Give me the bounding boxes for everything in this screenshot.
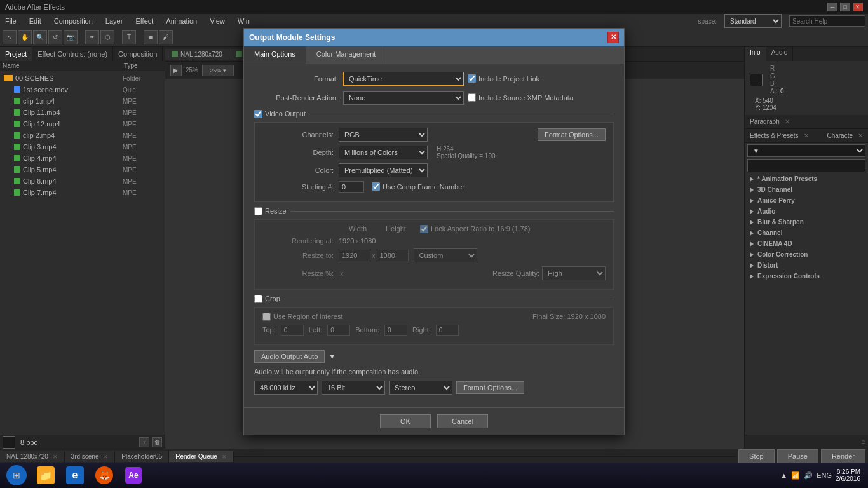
- timeline-tab-1[interactable]: 3rd scene ✕: [65, 451, 116, 462]
- list-item[interactable]: Clip 3.mp4 MPE: [1, 141, 163, 152]
- list-item[interactable]: 00 SCENES Folder: [1, 72, 163, 84]
- list-item[interactable]: Clip 6.mp4 MPE: [1, 175, 163, 187]
- list-item[interactable]: Clip 5.mp4 MPE: [1, 164, 163, 175]
- effects-item-3d-channel[interactable]: 3D Channel: [745, 184, 868, 195]
- paragraph-close[interactable]: ✕: [785, 118, 790, 125]
- tab-close-1[interactable]: ✕: [103, 454, 108, 460]
- tool-zoom[interactable]: 🔍: [33, 30, 47, 44]
- minimize-btn[interactable]: ─: [827, 3, 837, 11]
- tool-pen[interactable]: ✒: [85, 30, 99, 44]
- stop-btn[interactable]: Stop: [738, 449, 775, 463]
- effects-item-color-correction[interactable]: Color Correction: [745, 249, 868, 260]
- delete-btn[interactable]: 🗑: [152, 437, 162, 447]
- tab-close-0[interactable]: ✕: [53, 454, 58, 460]
- list-item[interactable]: clip 2.mp4 MPE: [1, 130, 163, 141]
- resize-width-input[interactable]: [339, 250, 370, 261]
- list-item[interactable]: Clip 4.mp4 MPE: [1, 152, 163, 164]
- post-render-select[interactable]: None: [343, 91, 464, 105]
- effects-item-blur-sharpen[interactable]: Blur & Sharpen: [745, 217, 868, 227]
- effects-search-input[interactable]: [747, 159, 865, 172]
- menu-effect[interactable]: Effect: [133, 16, 156, 26]
- render-btn[interactable]: Render: [821, 449, 865, 463]
- list-item[interactable]: 1st scene.mov Quic: [1, 84, 163, 95]
- menu-composition[interactable]: Composition: [51, 16, 95, 26]
- list-item[interactable]: Clip 11.mp4 MPE: [1, 107, 163, 118]
- start-btn[interactable]: ⊞: [3, 464, 31, 487]
- tool-camera[interactable]: 📷: [64, 30, 78, 44]
- comp-tab-0[interactable]: NAL 1280x720: [165, 49, 229, 60]
- tab-close-rq[interactable]: ✕: [222, 454, 227, 460]
- explorer-btn[interactable]: 📁: [32, 464, 60, 487]
- starting-num-input[interactable]: [339, 181, 364, 193]
- include-xmp-checkbox[interactable]: [468, 93, 476, 102]
- effects-item-cinema4d[interactable]: CINEMA 4D: [745, 238, 868, 249]
- list-item[interactable]: Clip 12.mp4 MPE: [1, 118, 163, 130]
- menu-animation[interactable]: Animation: [163, 16, 200, 26]
- menu-edit[interactable]: Edit: [27, 16, 44, 26]
- effects-item-expression-controls[interactable]: Expression Controls: [745, 271, 868, 281]
- audio-format-options-btn[interactable]: Format Options...: [456, 381, 524, 394]
- menu-win[interactable]: Win: [235, 16, 252, 26]
- tool-select[interactable]: ↖: [3, 30, 17, 44]
- effects-item-amico-perry[interactable]: Amico Perry: [745, 195, 868, 206]
- tab-info[interactable]: Info: [745, 47, 766, 61]
- lock-aspect-checkbox[interactable]: [420, 225, 428, 233]
- char-close[interactable]: ✕: [858, 132, 863, 139]
- effects-item-channel[interactable]: Channel: [745, 227, 868, 238]
- menu-layer[interactable]: Layer: [103, 16, 126, 26]
- depth-select[interactable]: Millions of Colors: [339, 146, 428, 159]
- resize-to-select[interactable]: Custom: [414, 248, 477, 262]
- tool-rotate[interactable]: ↺: [48, 30, 62, 44]
- timeline-tab-0[interactable]: NAL 1280x720 ✕: [0, 451, 65, 462]
- cancel-btn[interactable]: Cancel: [437, 414, 488, 428]
- effects-dropdown[interactable]: ▼: [747, 144, 865, 157]
- modal-tab-color-management[interactable]: Color Management: [306, 46, 387, 64]
- search-input[interactable]: [789, 15, 865, 27]
- tool-brush[interactable]: 🖌: [159, 30, 173, 44]
- audio-output-btn[interactable]: Audio Output Auto: [254, 350, 325, 363]
- resize-checkbox[interactable]: [254, 207, 262, 215]
- pause-btn[interactable]: Pause: [777, 449, 818, 463]
- viewer-play[interactable]: ▶: [170, 65, 182, 76]
- channels-audio-select[interactable]: Stereo: [389, 381, 452, 395]
- tool-shape[interactable]: ■: [144, 30, 158, 44]
- timeline-tab-placeholder05[interactable]: Placeholder05: [115, 451, 169, 462]
- tool-mask[interactable]: ⬡: [100, 30, 114, 44]
- effects-item-distort[interactable]: Distort: [745, 260, 868, 271]
- channels-select[interactable]: RGB: [339, 128, 428, 142]
- effects-item-audio[interactable]: Audio: [745, 206, 868, 217]
- right-input[interactable]: [436, 325, 459, 336]
- color-select[interactable]: Premultiplied (Matted): [339, 163, 428, 177]
- menu-file[interactable]: File: [3, 16, 19, 26]
- ae-btn[interactable]: Ae: [119, 464, 147, 487]
- ie-btn[interactable]: e: [61, 464, 89, 487]
- list-item[interactable]: clip 1.mp4 MPE: [1, 95, 163, 107]
- import-btn[interactable]: +: [139, 437, 149, 447]
- maximize-btn[interactable]: □: [840, 3, 850, 11]
- list-item[interactable]: Clip 7.mp4 MPE: [1, 187, 163, 198]
- ok-btn[interactable]: OK: [380, 414, 431, 428]
- menu-view[interactable]: View: [207, 16, 227, 26]
- workspace-select[interactable]: Standard: [724, 14, 782, 28]
- system-tray-up[interactable]: ▲: [780, 471, 787, 479]
- use-comp-frame-checkbox[interactable]: [372, 182, 380, 191]
- crop-checkbox[interactable]: [254, 295, 262, 303]
- color-swatch[interactable]: [3, 436, 15, 449]
- use-roi-checkbox[interactable]: [262, 313, 271, 321]
- zoom-dropdown[interactable]: 25% ▾: [202, 65, 234, 76]
- modal-close-btn[interactable]: ✕: [607, 32, 619, 43]
- tab-effect-controls[interactable]: Effect Controls: (none): [32, 47, 113, 61]
- resize-quality-select[interactable]: High: [542, 266, 606, 280]
- left-input[interactable]: [327, 325, 350, 336]
- firefox-btn[interactable]: 🦊: [90, 464, 118, 487]
- modal-tab-main[interactable]: Main Options: [244, 46, 306, 64]
- tab-audio[interactable]: Audio: [766, 47, 794, 61]
- tool-text[interactable]: T: [122, 30, 136, 44]
- effects-menu-icon[interactable]: ≡: [862, 438, 865, 445]
- tab-composition-mini[interactable]: Composition: [113, 47, 163, 61]
- close-btn[interactable]: ✕: [853, 3, 863, 11]
- audio-dropdown-icon[interactable]: ▼: [329, 353, 336, 360]
- tab-project[interactable]: Project: [0, 47, 32, 61]
- video-output-checkbox[interactable]: [254, 110, 262, 118]
- format-options-btn[interactable]: Format Options...: [538, 128, 606, 141]
